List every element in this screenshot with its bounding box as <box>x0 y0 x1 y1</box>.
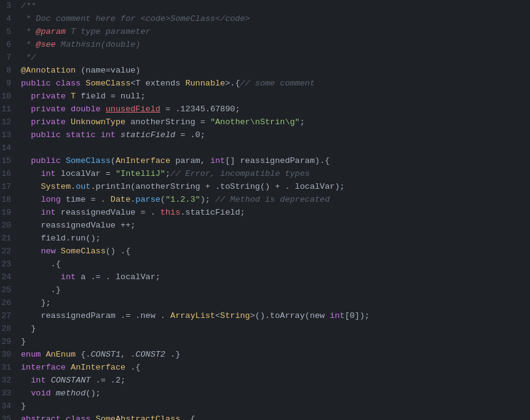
code-line: 6 * @see Math#sin(double) <box>0 39 530 52</box>
line-content: long time = . Date.parse("1.2.3"); // Me… <box>18 194 530 207</box>
code-line: 3/** <box>0 0 530 13</box>
line-content: private double unusedField = .12345.6789… <box>18 103 530 116</box>
code-editor: 3/**4 * Doc comment here for <code>SomeC… <box>0 0 530 420</box>
code-line: 22 new SomeClass() .{ <box>0 245 530 258</box>
line-number: 19 <box>0 207 18 219</box>
line-content: public class SomeClass<T extends Runnabl… <box>18 77 530 90</box>
line-number: 9 <box>0 77 18 90</box>
line-number: 14 <box>0 142 18 154</box>
line-number: 30 <box>0 349 18 361</box>
line-content: public SomeClass(AnInterface param, int[… <box>18 155 530 168</box>
code-line: 17 System.out.println(anotherString + .t… <box>0 181 530 194</box>
line-content: int CONSTANT .= .2; <box>18 374 530 387</box>
line-content: private T field = null; <box>18 90 530 103</box>
line-content: .{ <box>18 258 530 271</box>
code-line: 35abstract class SomeAbstractClass .{ <box>0 413 530 420</box>
line-number: 20 <box>0 220 18 232</box>
line-number: 6 <box>0 39 18 51</box>
code-line: 30enum AnEnum {.CONST1, .CONST2 .} <box>0 349 530 362</box>
line-content: private UnknownType anotherString = "Ano… <box>18 116 530 129</box>
line-content: */ <box>18 52 530 65</box>
code-line: 28 } <box>0 323 530 336</box>
line-number: 13 <box>0 129 18 141</box>
line-content: reassignedParam .= .new . ArrayList<Stri… <box>18 310 530 323</box>
line-content: System.out.println(anotherString + .toSt… <box>18 181 530 194</box>
line-content: * @param T type parameter <box>18 26 530 39</box>
line-number: 28 <box>0 323 18 335</box>
line-number: 5 <box>0 26 18 38</box>
line-number: 16 <box>0 168 18 180</box>
line-content: @Annotation (name=value) <box>18 65 530 77</box>
line-content: new SomeClass() .{ <box>18 245 530 258</box>
code-line: 20 reassignedValue ++; <box>0 220 530 232</box>
code-line: 14 <box>0 142 530 155</box>
code-line: 32 int CONSTANT .= .2; <box>0 374 530 387</box>
code-line: 8@Annotation (name=value) <box>0 65 530 77</box>
code-line: 34} <box>0 400 530 413</box>
code-line: 18 long time = . Date.parse("1.2.3"); //… <box>0 194 530 207</box>
line-number: 17 <box>0 181 18 193</box>
code-line: 25 .} <box>0 284 530 297</box>
code-line: 15 public SomeClass(AnInterface param, i… <box>0 155 530 168</box>
line-number: 32 <box>0 374 18 387</box>
code-line: 26 }; <box>0 297 530 310</box>
code-line: 27 reassignedParam .= .new . ArrayList<S… <box>0 310 530 323</box>
line-number: 23 <box>0 258 18 271</box>
line-number: 34 <box>0 400 18 413</box>
code-line: 7 */ <box>0 52 530 65</box>
code-line: 33 void method(); <box>0 387 530 400</box>
line-number: 25 <box>0 284 18 296</box>
line-content: reassignedValue ++; <box>18 220 530 232</box>
line-number: 15 <box>0 155 18 167</box>
line-number: 26 <box>0 297 18 309</box>
line-content: } <box>18 336 530 349</box>
code-line: 19 int reassignedValue = . this.staticFi… <box>0 207 530 220</box>
line-number: 3 <box>0 0 18 12</box>
line-content: interface AnInterface .{ <box>18 362 530 374</box>
line-number: 35 <box>0 413 18 420</box>
line-number: 24 <box>0 271 18 283</box>
line-content: int a .= . localVar; <box>18 271 530 284</box>
line-content: public static int staticField = .0; <box>18 129 530 142</box>
code-line: 4 * Doc comment here for <code>SomeClass… <box>0 13 530 26</box>
line-content: .} <box>18 284 530 297</box>
line-number: 22 <box>0 245 18 258</box>
line-number: 33 <box>0 387 18 400</box>
line-number: 18 <box>0 194 18 206</box>
code-line: 16 int localVar = "IntelliJ";// Error, i… <box>0 168 530 181</box>
line-content: field.run(); <box>18 232 530 245</box>
code-line: 11 private double unusedField = .12345.6… <box>0 103 530 116</box>
line-content: int localVar = "IntelliJ";// Error, inco… <box>18 168 530 181</box>
line-content: /** <box>18 0 530 13</box>
line-number: 10 <box>0 90 18 103</box>
line-content: int reassignedValue = . this.staticField… <box>18 207 530 220</box>
code-line: 23 .{ <box>0 258 530 271</box>
line-content: enum AnEnum {.CONST1, .CONST2 .} <box>18 349 530 362</box>
line-number: 31 <box>0 362 18 374</box>
line-content: abstract class SomeAbstractClass .{ <box>18 413 530 420</box>
code-line: 29} <box>0 336 530 349</box>
code-line: 5 * @param T type parameter <box>0 26 530 39</box>
line-number: 7 <box>0 52 18 64</box>
line-content: void method(); <box>18 387 530 400</box>
line-content: } <box>18 400 530 413</box>
line-content: }; <box>18 297 530 310</box>
code-line: 10 private T field = null; <box>0 90 530 103</box>
code-line: 31interface AnInterface .{ <box>0 362 530 374</box>
code-line: 21 field.run(); <box>0 232 530 245</box>
code-line: 13 public static int staticField = .0; <box>0 129 530 142</box>
line-number: 21 <box>0 232 18 245</box>
line-number: 11 <box>0 103 18 116</box>
line-number: 29 <box>0 336 18 348</box>
line-number: 4 <box>0 13 18 25</box>
line-number: 27 <box>0 310 18 322</box>
line-content: * @see Math#sin(double) <box>18 39 530 52</box>
line-content: } <box>18 323 530 336</box>
code-line: 9public class SomeClass<T extends Runnab… <box>0 77 530 90</box>
code-line: 24 int a .= . localVar; <box>0 271 530 284</box>
line-number: 8 <box>0 65 18 77</box>
code-line: 12 private UnknownType anotherString = "… <box>0 116 530 129</box>
line-content: * Doc comment here for <code>SomeClass</… <box>18 13 530 26</box>
line-number: 12 <box>0 116 18 129</box>
